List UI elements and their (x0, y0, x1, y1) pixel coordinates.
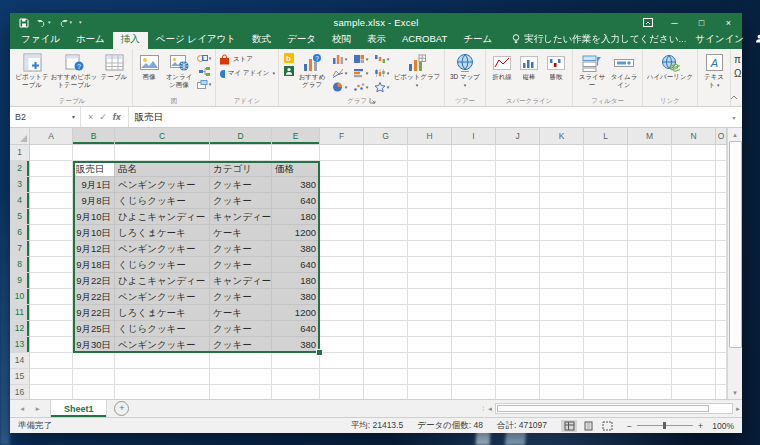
cell-M8[interactable] (628, 257, 672, 273)
cell-A14[interactable] (30, 353, 73, 369)
cell-O2[interactable] (716, 161, 727, 177)
cell-C12[interactable]: くじらクッキー (115, 321, 210, 337)
cell-J11[interactable] (496, 305, 540, 321)
cell-L11[interactable] (584, 305, 628, 321)
cell-K16[interactable] (540, 385, 584, 399)
cell-G16[interactable] (364, 385, 408, 399)
ribbon-tab-review[interactable]: 校閲 (324, 31, 359, 49)
cell-M2[interactable] (628, 161, 672, 177)
ribbon-tab-acrobat[interactable]: ACROBAT (394, 31, 455, 49)
cell-A6[interactable] (30, 225, 73, 241)
row-header-14[interactable]: 14 (10, 353, 30, 369)
cell-L1[interactable] (584, 145, 628, 161)
cell-K6[interactable] (540, 225, 584, 241)
cell-I4[interactable] (452, 193, 496, 209)
cell-K13[interactable] (540, 337, 584, 353)
redo-icon[interactable]: ▾ (58, 18, 73, 27)
cell-D13[interactable]: クッキー (210, 337, 272, 353)
cell-M7[interactable] (628, 241, 672, 257)
cell-B9[interactable]: 9月22日 (73, 273, 115, 289)
cell-L2[interactable] (584, 161, 628, 177)
row-header-6[interactable]: 6 (10, 225, 30, 241)
cell-M3[interactable] (628, 177, 672, 193)
horizontal-scrollbar[interactable] (495, 403, 733, 414)
cell-B13[interactable]: 9月30日 (73, 337, 115, 353)
cell-M14[interactable] (628, 353, 672, 369)
scroll-up-icon[interactable]: ▲ (732, 128, 738, 141)
scatter-chart-button[interactable]: ▾ (350, 80, 371, 94)
cell-D7[interactable]: クッキー (210, 241, 272, 257)
cell-J15[interactable] (496, 369, 540, 385)
cell-C9[interactable]: ひよこキャンディー (115, 273, 210, 289)
sparkline-column-button[interactable]: 縦棒 (516, 51, 542, 81)
bing-maps-icon[interactable]: b (284, 53, 294, 63)
cell-B6[interactable]: 9月10日 (73, 225, 115, 241)
timeline-button[interactable]: タイムライン (609, 51, 639, 89)
cell-H7[interactable] (408, 241, 452, 257)
cell-K10[interactable] (540, 289, 584, 305)
line-chart-button[interactable]: ▾ (329, 66, 350, 80)
cell-K15[interactable] (540, 369, 584, 385)
page-break-view-button[interactable] (599, 420, 615, 432)
formula-input[interactable]: 販売日 (129, 107, 726, 127)
cell-K5[interactable] (540, 209, 584, 225)
cell-I2[interactable] (452, 161, 496, 177)
enter-icon[interactable]: ✓ (99, 112, 107, 122)
cell-M11[interactable] (628, 305, 672, 321)
cell-N11[interactable] (672, 305, 716, 321)
cell-J3[interactable] (496, 177, 540, 193)
cell-G7[interactable] (364, 241, 408, 257)
cell-E13[interactable]: 380 (272, 337, 320, 353)
cell-C11[interactable]: しろくまケーキ (115, 305, 210, 321)
cell-D6[interactable]: ケーキ (210, 225, 272, 241)
cell-J8[interactable] (496, 257, 540, 273)
pivotchart-button[interactable]: ピボットグラフ ▾ (393, 51, 441, 89)
cell-H11[interactable] (408, 305, 452, 321)
zoom-slider-thumb[interactable] (663, 422, 666, 429)
slicer-button[interactable]: スライサー (576, 51, 608, 89)
cell-K11[interactable] (540, 305, 584, 321)
cell-E4[interactable]: 640 (272, 193, 320, 209)
cell-E3[interactable]: 380 (272, 177, 320, 193)
cell-O9[interactable] (716, 273, 727, 289)
row-header-13[interactable]: 13 (10, 337, 30, 353)
cell-A7[interactable] (30, 241, 73, 257)
cell-L13[interactable] (584, 337, 628, 353)
equation-button[interactable]: π 数式 ▾ (734, 53, 742, 65)
cell-B3[interactable]: 9月1日 (73, 177, 115, 193)
expand-formula-bar-icon[interactable]: ▾ (726, 107, 742, 127)
cell-E16[interactable] (272, 385, 320, 399)
cell-H15[interactable] (408, 369, 452, 385)
minimize-button[interactable]: ─ (661, 13, 688, 32)
cell-I11[interactable] (452, 305, 496, 321)
cell-F5[interactable] (320, 209, 364, 225)
cell-H9[interactable] (408, 273, 452, 289)
cell-A8[interactable] (30, 257, 73, 273)
cell-N2[interactable] (672, 161, 716, 177)
ribbon-tab-formulas[interactable]: 数式 (244, 31, 279, 49)
column-header-N[interactable]: N (672, 128, 716, 145)
cell-F9[interactable] (320, 273, 364, 289)
cell-O12[interactable] (716, 321, 727, 337)
cell-B10[interactable]: 9月22日 (73, 289, 115, 305)
zoom-in-button[interactable]: + (698, 421, 703, 431)
sign-in-link[interactable]: サインイン (695, 33, 744, 46)
cell-C3[interactable]: ペンギンクッキー (115, 177, 210, 193)
column-chart-button[interactable]: ▾ (329, 52, 350, 66)
sparkline-winloss-button[interactable]: 勝敗 (543, 51, 569, 81)
cell-J5[interactable] (496, 209, 540, 225)
cell-E11[interactable]: 1200 (272, 305, 320, 321)
cell-H2[interactable] (408, 161, 452, 177)
cell-F2[interactable] (320, 161, 364, 177)
cell-K4[interactable] (540, 193, 584, 209)
normal-view-button[interactable] (561, 420, 577, 432)
cell-D11[interactable]: ケーキ (210, 305, 272, 321)
cell-H13[interactable] (408, 337, 452, 353)
cell-N16[interactable] (672, 385, 716, 399)
cell-B2[interactable]: 販売日 (73, 161, 115, 177)
cell-M15[interactable] (628, 369, 672, 385)
people-graph-icon[interactable] (284, 65, 294, 76)
cell-I15[interactable] (452, 369, 496, 385)
column-header-L[interactable]: L (584, 128, 628, 145)
cell-B5[interactable]: 9月10日 (73, 209, 115, 225)
